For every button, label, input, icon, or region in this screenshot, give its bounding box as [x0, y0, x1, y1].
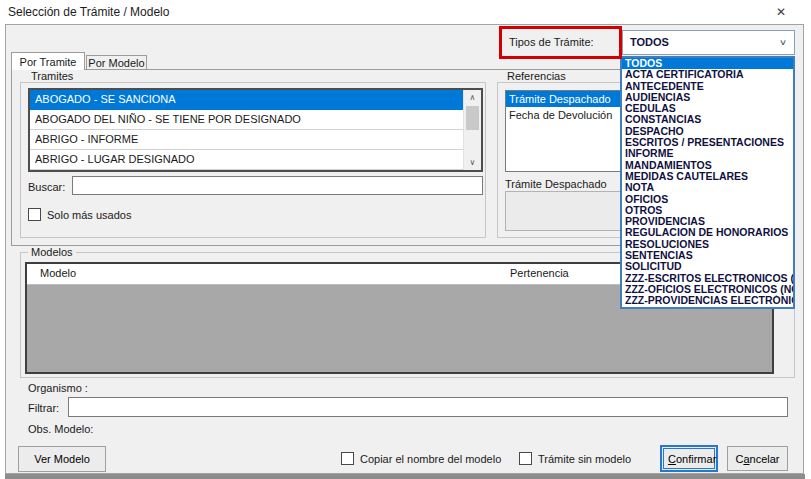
tramite-list-item[interactable]: ABOGADO DEL NIÑO - SE TIENE POR DESIGNAD…: [30, 110, 464, 130]
tab-por-modelo[interactable]: Por Modelo: [86, 55, 147, 69]
combobox-selected-value: TODOS: [630, 31, 669, 54]
scrollbar-thumb[interactable]: [466, 106, 479, 130]
close-icon[interactable]: ✕: [768, 2, 794, 22]
tipos-de-tramite-label: Tipos de Trámite:: [509, 36, 594, 48]
buscar-label: Buscar:: [28, 181, 65, 193]
tramite-sin-modelo-label: Trámite sin modelo: [538, 453, 631, 465]
ver-modelo-button[interactable]: Ver Modelo: [18, 446, 106, 472]
obs-modelo-label: Obs. Modelo:: [28, 423, 93, 435]
titlebar: Selección de Trámite / Modelo ✕: [0, 0, 811, 24]
tramite-despachado-label: Trámite Despachado: [505, 178, 607, 190]
referencias-group-label: Referencias: [504, 70, 569, 82]
organismo-label: Organismo :: [28, 382, 88, 394]
tramites-list: ABOGADO - SE SANCIONAABOGADO DEL NIÑO - …: [30, 90, 464, 170]
scroll-down-icon[interactable]: ∨: [464, 155, 481, 170]
dropdown-option[interactable]: ANTECEDENTE: [622, 81, 793, 92]
dropdown-option[interactable]: ACTA CERTIFICATORIA: [622, 69, 793, 80]
dropdown-option[interactable]: RESOLUCIONES: [622, 239, 793, 250]
tramite-list-item[interactable]: ABOGADO - SE SANCIONA: [30, 90, 464, 110]
scroll-up-icon[interactable]: ∧: [464, 90, 481, 105]
dropdown-option[interactable]: NOTA: [622, 182, 793, 193]
confirmar-label-mnemonic: C: [668, 453, 676, 465]
dropdown-option[interactable]: REGULACION DE HONORARIOS: [622, 227, 793, 238]
dropdown-option[interactable]: AUDIENCIAS: [622, 92, 793, 103]
column-header-modelo: Modelo: [40, 267, 76, 279]
tramites-group-label: Tramites: [28, 70, 76, 82]
dropdown-option[interactable]: SENTENCIAS: [622, 250, 793, 261]
dropdown-option[interactable]: CONSTANCIAS: [622, 114, 793, 125]
filtrar-label: Filtrar:: [28, 402, 59, 414]
confirmar-label-post: onfirmar: [676, 453, 716, 465]
dropdown-option[interactable]: DESPACHO: [622, 126, 793, 137]
dropdown-option[interactable]: OFICIOS: [622, 194, 793, 205]
dropdown-option[interactable]: ZZZ-OFICIOS ELECTRONICOS (NO: [622, 284, 793, 295]
buscar-input[interactable]: [72, 176, 483, 195]
dropdown-option[interactable]: OTROS: [622, 205, 793, 216]
dropdown-option[interactable]: MEDIDAS CAUTELARES: [622, 171, 793, 182]
tipos-de-tramite-dropdown: TODOSACTA CERTIFICATORIAANTECEDENTEAUDIE…: [620, 56, 795, 309]
dropdown-option[interactable]: ZZZ-ESCRITOS ELECTRONICOS (: [622, 273, 793, 284]
chevron-down-icon: ∨: [779, 34, 787, 51]
copiar-nombre-checkbox[interactable]: [341, 452, 354, 465]
tramites-listbox: ABOGADO - SE SANCIONAABOGADO DEL NIÑO - …: [28, 88, 483, 172]
solo-mas-usados-checkbox[interactable]: [28, 208, 41, 221]
tab-por-tramite[interactable]: Por Tramite: [11, 52, 85, 70]
copiar-nombre-label: Copiar el nombre del modelo: [360, 453, 501, 465]
column-header-pertenencia: Pertenencia: [510, 267, 569, 279]
modelos-group-label: Modelos: [28, 246, 76, 258]
tramite-list-item[interactable]: ABRIGO - INFORME: [30, 130, 464, 150]
dropdown-option[interactable]: ZZZ-PROVIDENCIAS ELECTRÓNIC: [622, 295, 793, 306]
tramite-list-item[interactable]: ABRIGO - LUGAR DESIGNADO: [30, 150, 464, 170]
dropdown-option[interactable]: CEDULAS: [622, 103, 793, 114]
dialog-seleccion-tramite-modelo: Selección de Trámite / Modelo ✕ Por Tram…: [0, 0, 811, 479]
tipos-de-tramite-combobox[interactable]: TODOS ∨: [622, 30, 795, 55]
dropdown-option[interactable]: INFORME: [622, 148, 793, 159]
tramites-scrollbar[interactable]: ∧ ∨: [463, 90, 481, 170]
cancelar-button[interactable]: Cancelar: [727, 446, 788, 471]
filtrar-input[interactable]: [68, 397, 788, 417]
confirmar-button[interactable]: Confirmar: [660, 445, 718, 472]
dropdown-option[interactable]: PROVIDENCIAS: [622, 216, 793, 227]
dialog-bottom-edge: [5, 474, 805, 479]
dropdown-option[interactable]: MANDAMIENTOS: [622, 160, 793, 171]
tramite-sin-modelo-checkbox[interactable]: [519, 452, 532, 465]
solo-mas-usados-label: Solo más usados: [47, 209, 131, 221]
dropdown-option[interactable]: ESCRITOS / PRESENTACIONES: [622, 137, 793, 148]
cancelar-label-post: ncelar: [750, 453, 780, 465]
dropdown-option[interactable]: TODOS: [622, 58, 793, 69]
dropdown-option[interactable]: SOLICITUD: [622, 261, 793, 272]
window-title: Selección de Trámite / Modelo: [8, 5, 169, 19]
